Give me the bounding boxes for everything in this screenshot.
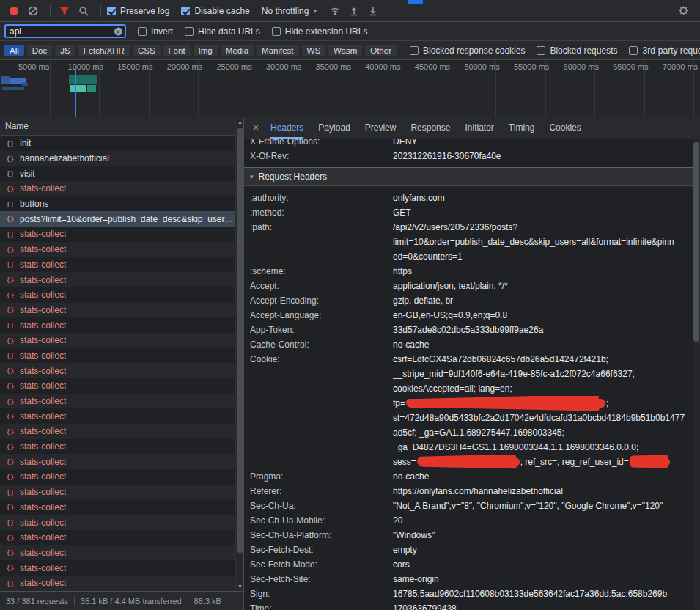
request-row[interactable]: {}buttons xyxy=(0,196,235,212)
tab-response[interactable]: Response xyxy=(410,117,450,139)
tab-initiator[interactable]: Initiator xyxy=(465,117,493,139)
fetch-xhr-icon: {} xyxy=(5,534,15,542)
type-chip-manifest[interactable]: Manifest xyxy=(257,45,298,56)
header-name: App-Token: xyxy=(250,323,393,337)
request-row[interactable]: {}stats-collect xyxy=(0,378,235,394)
export-har-icon[interactable] xyxy=(365,3,381,19)
settings-gear-icon[interactable] xyxy=(675,3,691,19)
type-chip-css[interactable]: CSS xyxy=(133,45,161,56)
tab-payload[interactable]: Payload xyxy=(318,117,350,139)
request-row[interactable]: {}stats-collect xyxy=(0,545,235,561)
request-row[interactable]: {}stats-collect xyxy=(0,272,235,287)
header-value-text: cookiesAccepted=all; lang=en; xyxy=(393,383,512,394)
request-row[interactable]: {}stats-collect xyxy=(0,424,235,439)
request-row[interactable]: {}stats-collect xyxy=(0,227,235,242)
overview-activity-bar xyxy=(70,85,86,92)
header-value: GET xyxy=(393,205,700,220)
request-list: {}init{}hannahelizabethofficial{}visit{}… xyxy=(0,136,235,591)
request-row[interactable]: {}stats-collect xyxy=(0,287,235,303)
tab-headers[interactable]: Headers xyxy=(270,117,303,139)
request-row[interactable]: {}stats-collect xyxy=(0,560,235,576)
fetch-xhr-icon: {} xyxy=(5,367,15,375)
checkbox-icon xyxy=(181,7,190,15)
request-row[interactable]: {}hannahelizabethofficial xyxy=(0,151,235,166)
network-conditions-icon[interactable] xyxy=(327,3,343,19)
search-icon[interactable] xyxy=(75,3,92,19)
filter-input[interactable]: api ✕ xyxy=(4,24,126,38)
request-row[interactable]: {}stats-collect xyxy=(0,515,235,530)
import-har-icon[interactable] xyxy=(346,3,362,19)
request-row[interactable]: {}stats-collect xyxy=(0,242,235,257)
request-row[interactable]: {}stats-collect xyxy=(0,408,235,424)
request-headers-section-header[interactable]: ▾ Request Headers xyxy=(244,167,700,186)
request-row[interactable]: {}stats-collect xyxy=(0,333,235,348)
tab-preview[interactable]: Preview xyxy=(365,117,397,139)
request-row[interactable]: {}stats-collect xyxy=(0,303,235,318)
hide-data-urls-checkbox[interactable]: Hide data URLs xyxy=(185,26,260,37)
request-row[interactable]: {}stats-collect xyxy=(0,348,235,364)
fetch-xhr-icon: {} xyxy=(5,503,15,511)
clear-filter-icon[interactable]: ✕ xyxy=(114,27,122,35)
filter-checkbox-blocked-response-cookies[interactable]: Blocked response cookies xyxy=(410,45,525,56)
request-row[interactable]: {}visit xyxy=(0,166,235,181)
type-chip-doc[interactable]: Doc xyxy=(27,45,52,56)
signal-glyph xyxy=(329,6,341,16)
request-row[interactable]: {}stats-collect xyxy=(0,363,235,378)
request-row[interactable]: {}stats-collect xyxy=(0,576,235,591)
name-column-header[interactable]: Name xyxy=(0,117,235,136)
request-row[interactable]: {}stats-collect xyxy=(0,454,235,469)
request-row[interactable]: {}stats-collect xyxy=(0,500,235,515)
fetch-xhr-icon: {} xyxy=(5,457,15,466)
fetch-xhr-icon: {} xyxy=(5,306,15,314)
type-chip-media[interactable]: Media xyxy=(221,45,254,56)
filter-checkbox-3rd-party-requests[interactable]: 3rd-party requests xyxy=(629,45,700,56)
type-chip-all[interactable]: All xyxy=(4,45,24,56)
type-chip-ws[interactable]: WS xyxy=(302,45,326,56)
request-list-scrollbar[interactable]: ▲ ▼ xyxy=(235,117,243,591)
header-row: Cookie:csrf=LdfcGX4Sa72db06824c657db26a5… xyxy=(244,352,700,469)
timeline-tick-label: 35000 ms xyxy=(316,62,351,71)
request-row[interactable]: {}stats-collect xyxy=(0,181,235,196)
request-row[interactable]: {}stats-collect xyxy=(0,485,235,500)
preserve-log-checkbox[interactable]: Preserve log xyxy=(107,6,169,16)
tab-timing[interactable]: Timing xyxy=(509,117,535,139)
request-row[interactable]: {}posts?limit=10&order=publish_date_desc… xyxy=(0,211,235,227)
header-value-line: fp=; xyxy=(393,396,691,411)
header-value: 1703636799438 xyxy=(393,601,700,610)
request-name: stats-collect xyxy=(20,441,66,452)
type-chip-js[interactable]: JS xyxy=(55,45,75,56)
type-chip-wasm[interactable]: Wasm xyxy=(328,45,362,56)
invert-checkbox[interactable]: Invert xyxy=(138,26,173,37)
type-chip-img[interactable]: Img xyxy=(194,45,218,56)
filter-checkbox-label: Blocked response cookies xyxy=(423,45,525,56)
details-scrollbar[interactable] xyxy=(693,139,700,610)
request-name: stats-collect xyxy=(20,532,66,543)
timeline-tick-label: 60000 ms xyxy=(564,62,599,71)
filter-checkbox-blocked-requests[interactable]: Blocked requests xyxy=(537,45,617,56)
hide-extension-urls-checkbox[interactable]: Hide extension URLs xyxy=(272,26,368,37)
type-chip-other[interactable]: Other xyxy=(365,45,397,56)
header-value: "Windows" xyxy=(393,528,700,543)
timeline-overview[interactable]: 5000 ms10000 ms15000 ms20000 ms25000 ms3… xyxy=(0,60,700,117)
request-type-filter-bar: AllDocJSFetch/XHRCSSFontImgMediaManifest… xyxy=(0,41,700,60)
request-row[interactable]: {}stats-collect xyxy=(0,394,235,409)
type-chip-fetch-xhr[interactable]: Fetch/XHR xyxy=(78,45,130,56)
request-row[interactable]: {}stats-collect xyxy=(0,530,235,545)
tab-cookies[interactable]: Cookies xyxy=(549,117,581,139)
request-row[interactable]: {}stats-collect xyxy=(0,439,235,455)
clear-icon[interactable] xyxy=(25,3,41,19)
details-scrollbar-thumb[interactable] xyxy=(693,142,699,342)
type-chip-font[interactable]: Font xyxy=(163,45,191,56)
status-divider xyxy=(74,596,75,606)
record-icon[interactable] xyxy=(6,3,22,19)
disable-cache-checkbox[interactable]: Disable cache xyxy=(181,6,249,16)
scrollbar-thumb[interactable] xyxy=(237,128,243,553)
header-row: Pragma:no-cache xyxy=(244,469,700,484)
request-row[interactable]: {}init xyxy=(0,136,235,151)
request-row[interactable]: {}stats-collect xyxy=(0,257,235,273)
filter-icon[interactable] xyxy=(56,3,73,19)
throttling-dropdown[interactable]: No throttling ▾ xyxy=(262,6,317,16)
close-details-icon[interactable]: ✕ xyxy=(248,123,263,133)
request-row[interactable]: {}stats-collect xyxy=(0,317,235,333)
request-row[interactable]: {}stats-collect xyxy=(0,469,235,485)
